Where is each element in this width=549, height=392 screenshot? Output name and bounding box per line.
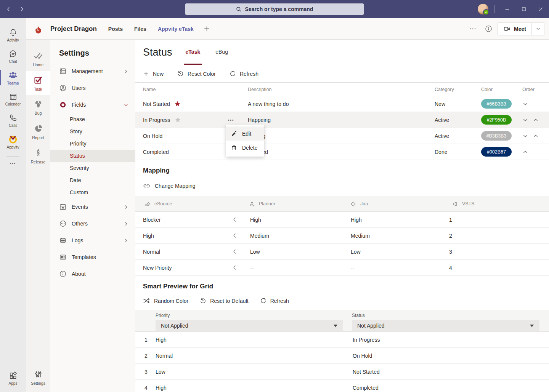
camera-icon (503, 25, 510, 32)
nav-fields[interactable]: Fields (50, 96, 135, 113)
calendar-icon (9, 92, 18, 101)
sidebar-item-teams[interactable]: Teams (0, 67, 26, 88)
chevron-left-icon (6, 6, 11, 12)
plus-icon (204, 26, 210, 32)
nav-field-date[interactable]: Date (50, 174, 135, 186)
close-button[interactable] (532, 0, 549, 18)
chat-icon (9, 50, 18, 58)
color-pill[interactable]: #002B67 (481, 147, 512, 157)
esource-icon (144, 201, 151, 207)
module-report[interactable]: Report (26, 120, 50, 144)
menu-edit[interactable]: Edit (226, 126, 264, 141)
color-pill[interactable]: #B3B3B3 (481, 131, 512, 141)
star-outline-icon[interactable] (175, 117, 181, 123)
chevron-right-icon (124, 69, 128, 74)
chevron-right-icon (124, 205, 128, 210)
col-color: Color (481, 87, 522, 92)
teams-titlebar: Search or type a command (0, 0, 549, 18)
col-description: Description (248, 87, 435, 92)
nav-field-severity[interactable]: Severity (50, 162, 135, 174)
nav-field-custom[interactable]: Custom (50, 186, 135, 198)
status-select[interactable]: Not Applied (352, 320, 539, 331)
nav-templates[interactable]: Templates (50, 249, 135, 266)
module-bug[interactable]: Bug (26, 95, 50, 120)
menu-delete[interactable]: Delete (226, 141, 264, 155)
search-icon (236, 6, 242, 12)
sidebar-item-appvity[interactable]: Appvity (0, 131, 26, 152)
map-chevron-left-icon (232, 265, 238, 270)
sidebar-item-apps[interactable]: Apps (0, 368, 26, 389)
tab-etask[interactable]: eTask (184, 40, 202, 65)
preview-row: 3 Low Not Started (135, 364, 549, 380)
module-settings[interactable]: Settings (26, 365, 50, 390)
close-icon (538, 7, 543, 12)
tab-posts[interactable]: Posts (108, 26, 123, 32)
nav-field-phase[interactable]: Phase (50, 113, 135, 125)
tab-appvity-etask[interactable]: Appvity eTask (158, 26, 194, 32)
add-tab-button[interactable] (204, 26, 210, 32)
sidebar-item-chat[interactable]: Chat (0, 46, 26, 67)
row-context-menu: Edit Delete (226, 125, 264, 157)
status-row-on-hold: On Hold Waiting Active #B3B3B3 (135, 128, 549, 144)
nav-about[interactable]: About (50, 266, 135, 282)
random-color-button[interactable]: Random Color (143, 298, 188, 304)
reset-color-button[interactable]: Reset Color (177, 70, 216, 77)
more-apps-icon[interactable]: ••• (10, 162, 16, 166)
nav-field-story[interactable]: Story (50, 125, 135, 138)
avatar[interactable] (478, 4, 488, 14)
apps-icon (9, 371, 18, 380)
nav-others[interactable]: Others (50, 215, 135, 232)
command-search-input[interactable]: Search or type a command (185, 3, 364, 15)
color-pill[interactable]: #2F950B (481, 115, 512, 125)
nav-logs[interactable]: Logs (50, 232, 135, 249)
tab-files[interactable]: Files (134, 26, 146, 32)
order-up-icon[interactable] (533, 117, 539, 123)
back-button[interactable] (5, 5, 12, 13)
status-filter-label: Status (352, 313, 539, 318)
meet-options-button[interactable] (532, 23, 544, 35)
sidebar-item-activity[interactable]: Activity (0, 24, 26, 46)
sidebar-item-calls[interactable]: Calls (0, 110, 26, 131)
rail-divider (6, 156, 19, 157)
info-icon[interactable] (485, 25, 492, 32)
management-icon (59, 67, 67, 75)
channel-more-button[interactable]: ··· (470, 26, 477, 32)
nav-events[interactable]: Events (50, 198, 135, 215)
maximize-button[interactable] (515, 0, 532, 18)
change-mapping-button[interactable]: Change Mapping (135, 176, 549, 196)
module-home[interactable]: Home (26, 46, 50, 71)
refresh-button[interactable]: Refresh (230, 70, 258, 77)
presence-available-icon (483, 9, 489, 15)
forward-button[interactable] (18, 5, 26, 13)
pencil-icon (231, 131, 237, 137)
nav-users[interactable]: Users (50, 80, 135, 96)
reset-to-default-button[interactable]: Reset to Default (200, 298, 248, 304)
nav-field-priority[interactable]: Priority (50, 138, 135, 150)
order-down-icon[interactable] (522, 133, 528, 139)
col-name: Name (143, 87, 248, 92)
priority-select[interactable]: Not Applied (156, 320, 343, 331)
col-category: Category (435, 87, 481, 92)
order-down-icon[interactable] (522, 117, 528, 123)
bell-icon (9, 28, 18, 37)
chevron-right-icon (124, 238, 128, 243)
order-up-icon[interactable] (522, 149, 528, 155)
status-table-header: Name Description Category Color Order (135, 83, 549, 96)
meet-button[interactable]: Meet (498, 22, 544, 35)
user-circle-icon (59, 84, 67, 92)
tab-ebug[interactable]: eBug (214, 40, 230, 65)
minimize-button[interactable] (499, 0, 515, 18)
meet-label: Meet (514, 26, 526, 32)
nav-field-status[interactable]: Status (50, 150, 135, 162)
star-filled-icon[interactable] (174, 101, 181, 107)
order-down-icon[interactable] (522, 101, 528, 107)
preview-refresh-button[interactable]: Refresh (260, 298, 289, 304)
sidebar-item-calendar[interactable]: Calender (0, 88, 26, 110)
nav-management[interactable]: Management (50, 63, 135, 80)
module-task[interactable]: Task (26, 71, 50, 95)
color-pill[interactable]: #66B3B3 (481, 99, 512, 109)
bug-icon (34, 99, 43, 109)
order-up-icon[interactable] (533, 133, 539, 139)
new-button[interactable]: New (143, 71, 164, 77)
module-release[interactable]: Release (26, 144, 50, 168)
